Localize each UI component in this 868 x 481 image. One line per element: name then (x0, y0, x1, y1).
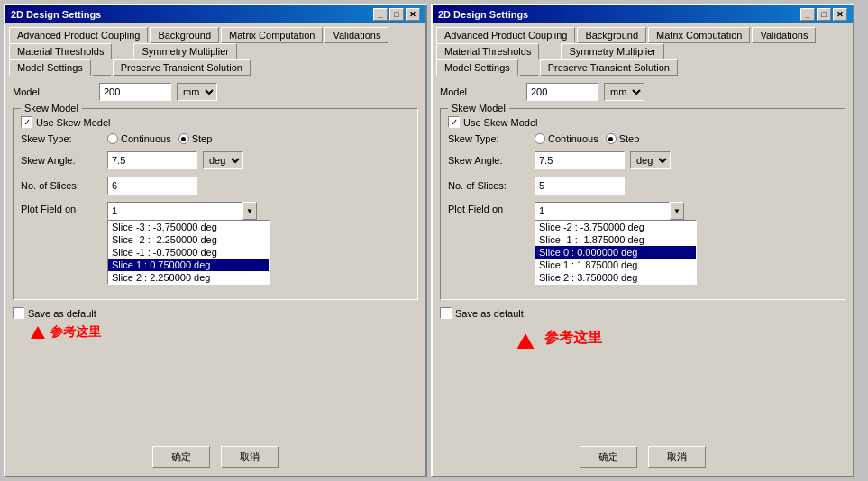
left-step-label: Step (192, 133, 213, 144)
list-item[interactable]: Slice 1 : 1.875000 deg (535, 259, 696, 271)
list-item-selected[interactable]: Slice 0 : 0.000000 deg (535, 246, 696, 259)
right-tab-sym[interactable]: Symmetry Multiplier (561, 43, 664, 59)
right-num-slices-row: No. of Slices: (448, 177, 837, 195)
right-content: Model mm Skew Model ✓ Use Skew Model Ske… (433, 76, 853, 439)
left-skew-type-group: Continuous Step (107, 133, 212, 144)
right-tab-row2: Material Thresholds Symmetry Multiplier (433, 43, 853, 59)
right-tab-val[interactable]: Validations (752, 27, 816, 43)
left-tab-row2: Material Thresholds Symmetry Multiplier (5, 43, 425, 59)
right-ok-btn[interactable]: 确定 (580, 446, 637, 468)
right-skew-angle-label: Skew Angle: (448, 155, 529, 166)
left-tab-ms[interactable]: Model Settings (9, 59, 91, 76)
right-step-option[interactable]: Step (606, 133, 640, 144)
left-listbox[interactable]: Slice -3 : -3.750000 deg Slice -2 : -2.2… (107, 220, 270, 285)
left-tab-val[interactable]: Validations (324, 27, 388, 43)
list-item[interactable]: Slice -2 : -3.750000 deg (535, 221, 696, 233)
left-arrow-icon (31, 326, 45, 339)
right-use-skew-row: ✓ Use Skew Model (448, 116, 837, 128)
left-use-skew-checkbox[interactable]: ✓ (21, 116, 32, 128)
right-continuous-radio[interactable] (535, 133, 545, 144)
left-minimize-btn[interactable]: _ (373, 8, 388, 21)
left-tab-mt[interactable]: Material Thresholds (9, 43, 112, 59)
right-tab-mc[interactable]: Matrix Computation (648, 27, 750, 43)
left-dropdown-input[interactable] (107, 202, 242, 220)
left-tab-row1: Advanced Product Coupling Background Mat… (5, 23, 425, 43)
right-tab-apc[interactable]: Advanced Product Coupling (436, 27, 575, 43)
left-skew-type-row: Skew Type: Continuous Step (21, 133, 410, 144)
left-step-radio[interactable] (178, 133, 189, 144)
right-annotation: 参考这里 (440, 324, 845, 351)
right-skew-angle-input[interactable] (535, 151, 625, 169)
right-tab-pts[interactable]: Preserve Transient Solution (540, 59, 678, 76)
left-ok-btn[interactable]: 确定 (152, 446, 210, 468)
list-item[interactable]: Slice -1 : -0.750000 deg (108, 246, 269, 259)
right-save-default-checkbox[interactable] (440, 307, 452, 319)
left-plot-field-dropdown: ▼ Slice -3 : -3.750000 deg Slice -2 : -2… (107, 202, 270, 285)
list-item-selected[interactable]: Slice 1 : 0.750000 deg (108, 259, 269, 271)
right-bottom-bar: 确定 取消 (433, 439, 853, 476)
right-dropdown-input[interactable] (535, 202, 670, 220)
right-window: 2D Design Settings _ □ ✕ Advanced Produc… (431, 4, 854, 477)
svg-marker-0 (516, 333, 535, 349)
left-step-option[interactable]: Step (178, 133, 213, 144)
left-tab-bg[interactable]: Background (150, 27, 219, 43)
right-minimize-btn[interactable]: _ (800, 8, 815, 21)
left-save-default-checkbox[interactable] (13, 307, 24, 319)
right-close-btn[interactable]: ✕ (833, 8, 847, 21)
left-cancel-btn[interactable]: 取消 (221, 446, 279, 468)
right-tab-bg[interactable]: Background (577, 27, 646, 43)
right-model-input[interactable] (526, 83, 598, 101)
right-model-unit[interactable]: mm (604, 83, 644, 101)
left-skew-angle-label: Skew Angle: (21, 155, 102, 166)
left-model-row: Model mm (13, 83, 418, 101)
right-tab-mt[interactable]: Material Thresholds (436, 43, 539, 59)
right-model-row: Model mm (440, 83, 845, 101)
left-title: 2D Design Settings (11, 9, 101, 20)
left-model-label: Model (13, 86, 94, 97)
left-maximize-btn[interactable]: □ (389, 8, 404, 21)
right-dropdown-btn[interactable]: ▼ (670, 202, 684, 220)
right-plot-field-label: Plot Field on (448, 202, 529, 214)
right-title-buttons: _ □ ✕ (800, 8, 847, 21)
right-num-slices-input[interactable] (535, 177, 625, 195)
left-model-input[interactable] (99, 83, 171, 101)
right-maximize-btn[interactable]: □ (817, 8, 831, 21)
list-item[interactable]: Slice 2 : 2.250000 deg (108, 271, 269, 284)
left-model-unit[interactable]: mm (177, 83, 217, 101)
left-num-slices-input[interactable] (107, 177, 197, 195)
left-dropdown-container: ▼ (107, 202, 257, 220)
right-cancel-btn[interactable]: 取消 (648, 446, 706, 468)
right-step-radio[interactable] (606, 133, 617, 144)
right-skew-angle-unit[interactable]: deg (630, 151, 671, 169)
list-item[interactable]: Slice -2 : -2.250000 deg (108, 233, 269, 246)
right-plot-field-dropdown: ▼ Slice -2 : -3.750000 deg Slice -1 : -1… (535, 202, 697, 285)
right-use-skew-label: Use Skew Model (463, 117, 538, 128)
left-tab-apc[interactable]: Advanced Product Coupling (9, 27, 148, 43)
list-item[interactable]: Slice 2 : 3.750000 deg (535, 271, 696, 284)
right-annotation-text: 参考这里 (544, 329, 602, 348)
right-title: 2D Design Settings (438, 9, 528, 20)
left-num-slices-row: No. of Slices: (21, 177, 410, 195)
left-tab-pts[interactable]: Preserve Transient Solution (113, 59, 251, 76)
left-close-btn[interactable]: ✕ (406, 8, 420, 21)
list-item[interactable]: Slice -1 : -1.875000 deg (535, 233, 696, 246)
left-num-slices-label: No. of Slices: (21, 180, 102, 191)
left-title-buttons: _ □ ✕ (373, 8, 420, 21)
left-skew-angle-input[interactable] (107, 151, 197, 169)
left-skew-type-label: Skew Type: (21, 133, 102, 144)
right-use-skew-checkbox[interactable]: ✓ (448, 116, 460, 128)
left-continuous-option[interactable]: Continuous (107, 133, 171, 144)
left-use-skew-row: ✓ Use Skew Model (21, 116, 410, 128)
left-tab-mc[interactable]: Matrix Computation (221, 27, 323, 43)
right-num-slices-label: No. of Slices: (448, 180, 529, 191)
right-arrow-icon (512, 324, 539, 351)
left-dropdown-btn[interactable]: ▼ (242, 202, 257, 220)
list-item[interactable]: Slice -3 : -3.750000 deg (108, 221, 269, 233)
left-tab-sym[interactable]: Symmetry Multiplier (133, 43, 237, 59)
right-skew-type-label: Skew Type: (448, 133, 529, 144)
left-continuous-radio[interactable] (107, 133, 118, 144)
right-listbox[interactable]: Slice -2 : -3.750000 deg Slice -1 : -1.8… (535, 220, 697, 285)
left-skew-angle-unit[interactable]: deg (203, 151, 243, 169)
right-continuous-option[interactable]: Continuous (535, 133, 598, 144)
right-tab-ms[interactable]: Model Settings (436, 59, 518, 76)
